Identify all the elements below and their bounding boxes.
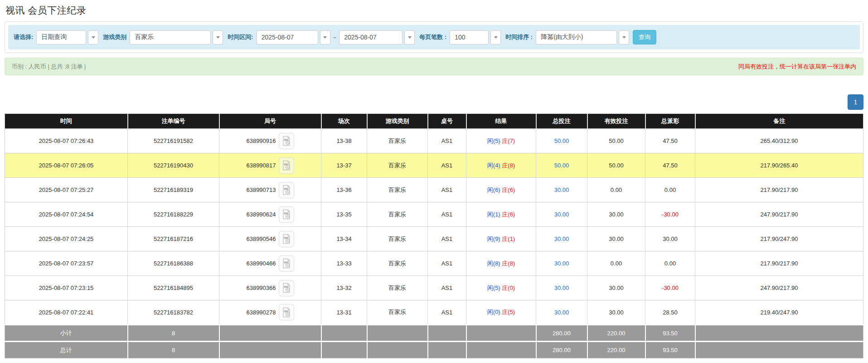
footer-label: 总计 <box>5 342 128 358</box>
date-to-select[interactable]: 2025-08-07 <box>339 30 402 44</box>
table-row[interactable]: 2025-08-07 07:23:57522716186388638990466… <box>5 251 863 276</box>
cell-result: 闲(0) 庄(5) <box>466 300 536 325</box>
round-id-text: 638990466 <box>246 260 276 267</box>
result-player: 闲(8) <box>487 260 500 267</box>
total-bet-link[interactable]: 30.00 <box>554 186 569 193</box>
valid-bet-notice-text: 同局有效投注，统一计算在该局第一张注单内 <box>738 63 856 71</box>
time-sort-select[interactable]: 降冪(由大到小) <box>536 30 617 44</box>
table-footer-row: 小计8280.00220.0093.50 <box>5 325 863 342</box>
result-player: 闲(5) <box>487 137 500 144</box>
cell-total-bet: 30.00 <box>536 276 587 300</box>
cell-table-no: AS1 <box>428 178 466 202</box>
result-banker: 庄(6) <box>502 211 515 218</box>
cell-result: 闲(5) 庄(7) <box>466 129 536 153</box>
summary-bar: 币别 : 人民币 | 总共 :8 注单 | 同局有效投注，统一计算在该局第一张注… <box>5 58 863 75</box>
cell-time: 2025-08-07 07:23:57 <box>5 251 128 276</box>
video-replay-button[interactable] <box>279 255 294 272</box>
cell-time: 2025-08-07 07:23:15 <box>5 276 128 300</box>
cell-total-bet: 30.00 <box>536 202 587 227</box>
video-replay-button[interactable] <box>279 182 294 198</box>
cell-time: 2025-08-07 07:22:41 <box>5 300 128 325</box>
table-row[interactable]: 2025-08-07 07:23:15522716184895638990366… <box>5 276 863 300</box>
table-row[interactable]: 2025-08-07 07:22:41522716183782638990278… <box>5 300 863 325</box>
page-size-select-arrow[interactable] <box>490 30 501 44</box>
table-row[interactable]: 2025-08-07 07:24:54522716188229638990624… <box>5 202 863 227</box>
cell-table-no: AS1 <box>428 276 466 300</box>
footer-empty <box>367 325 428 342</box>
cell-total-bet: 30.00 <box>536 178 587 202</box>
time-sort-select-arrow[interactable] <box>619 30 629 44</box>
cell-remark: 219.40/247.90 <box>695 300 863 325</box>
date-from-select-arrow[interactable] <box>320 30 330 44</box>
result-player: 闲(0) <box>487 309 500 315</box>
column-header-6: 桌号 <box>428 114 466 129</box>
footer-label: 小计 <box>5 325 128 342</box>
column-header-1: 时间 <box>5 114 128 129</box>
page-size-select[interactable]: 100 <box>450 30 489 44</box>
total-bet-link[interactable]: 30.00 <box>554 211 569 218</box>
cell-round-id: 638990278 <box>219 300 321 325</box>
game-type-select[interactable]: 百家乐 <box>130 30 211 44</box>
query-type-select[interactable]: 日期查询 <box>36 30 86 44</box>
video-replay-button[interactable] <box>279 280 294 296</box>
column-header-2: 注单编号 <box>128 114 219 129</box>
cell-game-type: 百家乐 <box>367 129 428 153</box>
cell-time: 2025-08-07 07:26:43 <box>5 129 128 153</box>
search-button[interactable]: 查询 <box>633 30 656 44</box>
bet-records-table: 时间注单编号局号场次游戏类别桌号结果总投注有效投注总派彩备注 2025-08-0… <box>5 113 863 358</box>
total-bet-link[interactable]: 30.00 <box>554 285 569 291</box>
cell-game-type: 百家乐 <box>367 153 428 178</box>
cell-bet-id: 522716189319 <box>128 178 219 202</box>
cell-time: 2025-08-07 07:24:25 <box>5 227 128 251</box>
footer-payout: 93.50 <box>645 342 695 358</box>
video-replay-button[interactable] <box>279 231 294 247</box>
pagination: 1 <box>5 94 863 110</box>
video-replay-button[interactable] <box>279 133 294 149</box>
time-sort-value: 降冪(由大到小) <box>541 33 583 41</box>
round-id-text: 638990817 <box>246 162 276 169</box>
cell-session: 13-36 <box>321 178 367 202</box>
footer-empty <box>219 342 321 358</box>
query-type-select-arrow[interactable] <box>88 30 98 44</box>
cell-payout: 28.50 <box>645 300 695 325</box>
video-replay-button[interactable] <box>279 157 294 174</box>
page-1-button[interactable]: 1 <box>848 94 863 110</box>
video-replay-icon <box>282 185 291 195</box>
table-row[interactable]: 2025-08-07 07:26:43522716191582638990916… <box>5 129 863 153</box>
total-bet-link[interactable]: 30.00 <box>554 235 569 242</box>
filter-label-page-size: 每页笔数 : <box>419 33 446 41</box>
cell-bet-id: 522716187216 <box>128 227 219 251</box>
cell-result: 闲(8) 庄(8) <box>466 251 536 276</box>
total-bet-link[interactable]: 50.00 <box>554 137 569 144</box>
game-type-value: 百家乐 <box>135 33 154 41</box>
date-to-value: 2025-08-07 <box>344 34 377 41</box>
total-bet-link[interactable]: 30.00 <box>554 309 569 316</box>
cell-bet-id: 522716184895 <box>128 276 219 300</box>
date-from-select[interactable]: 2025-08-07 <box>257 30 318 44</box>
result-banker: 庄(0) <box>502 285 515 291</box>
video-replay-icon <box>282 307 291 318</box>
video-replay-icon <box>282 160 291 171</box>
total-bet-link[interactable]: 50.00 <box>554 162 569 169</box>
cell-remark: 217.90/217.90 <box>695 251 863 276</box>
cell-valid-bet: 30.00 <box>587 202 645 227</box>
cell-round-id: 638990366 <box>219 276 321 300</box>
video-replay-icon <box>282 136 291 146</box>
table-row[interactable]: 2025-08-07 07:25:27522716189319638990713… <box>5 178 863 202</box>
table-row[interactable]: 2025-08-07 07:26:05522716190430638990817… <box>5 153 863 178</box>
table-row[interactable]: 2025-08-07 07:24:25522716187216638990546… <box>5 227 863 251</box>
video-replay-button[interactable] <box>279 206 294 223</box>
date-to-select-arrow[interactable] <box>404 30 415 44</box>
total-bet-link[interactable]: 30.00 <box>554 260 569 267</box>
cell-bet-id: 522716190430 <box>128 153 219 178</box>
video-replay-button[interactable] <box>279 304 294 320</box>
filter-panel: 请选择: 日期查询 游戏类别 百家乐 时间区间: 2025-08-07 ~ <box>5 21 863 53</box>
cell-session: 13-32 <box>321 276 367 300</box>
round-id-wrap: 638990817 <box>246 157 294 174</box>
cell-total-bet: 30.00 <box>536 227 587 251</box>
chevron-down-icon <box>622 36 626 39</box>
game-type-select-arrow[interactable] <box>213 30 223 44</box>
cell-payout: 47.50 <box>645 129 695 153</box>
cell-result: 闲(9) 庄(1) <box>466 227 536 251</box>
cell-session: 13-34 <box>321 227 367 251</box>
